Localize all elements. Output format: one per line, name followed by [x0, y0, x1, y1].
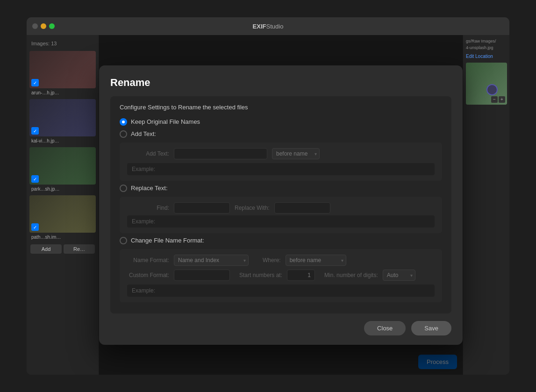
app-body: Images: 13 arun-…h.jp… kal-vi…h.jp… park… [27, 35, 509, 375]
rename-modal: Rename Configure Settings to Rename the … [99, 65, 463, 345]
replace-with-label: Replace With: [235, 205, 270, 211]
radio-change-format-label: Change File Name Format: [131, 237, 204, 244]
modal-footer: Close Save [110, 321, 451, 335]
map-plus[interactable]: + [499, 96, 505, 103]
sidebar-image-label-2: kal-vi…h.jp… [27, 137, 99, 146]
radio-keep-circle[interactable] [120, 118, 127, 126]
where-label: Where: [263, 257, 281, 264]
min-digits-select[interactable]: Auto 1 2 3 [383, 270, 415, 281]
replace-text-section: Find: Replace With: Example: [120, 197, 442, 233]
map-minus[interactable]: − [491, 96, 498, 103]
radio-keep-label: Keep Original File Names [131, 118, 200, 125]
sidebar-image-3[interactable] [29, 147, 96, 185]
min-digits-wrapper: Auto 1 2 3 [383, 270, 415, 281]
add-text-row: Add Text: before name after name [127, 148, 435, 159]
start-numbers-input[interactable] [287, 270, 315, 281]
sidebar-image-4[interactable] [29, 195, 96, 233]
checkbox-3[interactable] [31, 175, 39, 183]
min-digits-label: Min. number of digits: [324, 272, 378, 278]
main-content: Rename Configure Settings to Rename the … [99, 35, 463, 375]
where-select[interactable]: before name after name [286, 255, 346, 266]
app-title-exif: EXIF [253, 23, 266, 30]
add-text-section: Add Text: before name after name [120, 143, 442, 181]
sidebar-image-2[interactable] [29, 99, 96, 136]
name-format-row: Name Format: Name and Index Custom Date … [127, 255, 435, 266]
checkbox-2[interactable] [31, 127, 39, 135]
add-text-example-label: Example: [132, 166, 155, 172]
radio-add-text-circle[interactable] [120, 130, 127, 138]
radio-change-format-circle[interactable] [120, 237, 127, 244]
replace-text-example: Example: [127, 215, 435, 228]
find-label: Find: [127, 205, 169, 211]
sidebar: Images: 13 arun-…h.jp… kal-vi…h.jp… park… [27, 35, 99, 375]
radio-add-text-label: Add Text: [131, 130, 156, 137]
radio-add-text[interactable]: Add Text: [120, 130, 442, 138]
right-panel: gs/Raw Images/ 4-unsplash.jpg Edit Locat… [463, 35, 509, 375]
images-count: 13 [51, 41, 57, 46]
map-controls: − + [491, 96, 505, 103]
sidebar-image-label-1: arun-…h.jp… [27, 89, 99, 98]
start-numbers-label: Start numbers at: [239, 272, 282, 278]
add-button[interactable]: Add [30, 244, 62, 254]
sidebar-image-label-3: park…sh.jp… [27, 185, 99, 194]
close-traffic-light[interactable] [32, 23, 38, 29]
maximize-traffic-light[interactable] [49, 23, 55, 29]
sidebar-buttons: Add Re… [27, 242, 99, 256]
app-title-studio: Studio [266, 23, 284, 30]
custom-format-label: Custom Format: [127, 272, 169, 278]
images-label: Images: [31, 41, 50, 46]
app-window: EXIFStudio Images: 13 arun-…h.jp… kal-vi… [27, 17, 509, 375]
radio-replace-text-label: Replace Text: [131, 185, 168, 192]
rename-button[interactable]: Re… [64, 244, 95, 254]
radio-change-format[interactable]: Change File Name Format: [120, 237, 442, 244]
minimize-traffic-light[interactable] [41, 23, 46, 29]
custom-format-input[interactable] [174, 270, 230, 281]
app-title: EXIFStudio [253, 23, 284, 30]
replace-text-example-label: Example: [132, 218, 155, 225]
right-panel-filename: 4-unsplash.jpg [466, 45, 507, 50]
change-format-example: Example: [127, 285, 435, 297]
radio-replace-text-circle[interactable] [120, 185, 127, 192]
add-text-example: Example: [127, 163, 435, 175]
replace-with-input[interactable] [274, 202, 330, 214]
find-replace-row: Find: Replace With: [127, 202, 435, 214]
title-bar: EXIFStudio [27, 17, 509, 35]
add-text-label: Add Text: [127, 150, 169, 157]
add-text-position-wrapper: before name after name [272, 148, 320, 159]
where-wrapper: before name after name [286, 255, 346, 266]
edit-location-link[interactable]: Edit Location [466, 54, 507, 59]
modal-subtitle: Configure Settings to Rename the selecte… [120, 104, 442, 111]
custom-format-row: Custom Format: Start numbers at: Min. nu… [127, 270, 435, 281]
find-input[interactable] [174, 202, 230, 214]
add-text-position-select[interactable]: before name after name [272, 148, 320, 159]
sidebar-image-label-4: path…sh.im… [27, 234, 99, 242]
radio-replace-text[interactable]: Replace Text: [120, 185, 442, 192]
name-format-select[interactable]: Name and Index Custom Date Original Name [174, 255, 249, 266]
sidebar-header: Images: 13 [27, 39, 99, 50]
save-button[interactable]: Save [411, 321, 451, 335]
modal-inner: Configure Settings to Rename the selecte… [110, 96, 451, 314]
modal-title: Rename [110, 77, 451, 89]
right-panel-path: gs/Raw Images/ [466, 39, 507, 43]
name-format-label: Name Format: [127, 257, 169, 264]
modal-overlay: Rename Configure Settings to Rename the … [99, 35, 463, 375]
change-format-section: Name Format: Name and Index Custom Date … [120, 249, 442, 302]
checkbox-4[interactable] [31, 223, 39, 231]
add-text-input[interactable] [174, 148, 267, 159]
traffic-lights [32, 23, 55, 29]
change-format-example-label: Example: [132, 287, 155, 294]
radio-keep[interactable]: Keep Original File Names [120, 118, 442, 126]
checkbox-1[interactable] [31, 79, 39, 86]
close-button[interactable]: Close [364, 321, 406, 335]
map-compass [486, 84, 498, 95]
sidebar-image-1[interactable] [29, 51, 96, 88]
map-thumbnail: − + [466, 63, 507, 105]
name-format-wrapper: Name and Index Custom Date Original Name [174, 255, 249, 266]
